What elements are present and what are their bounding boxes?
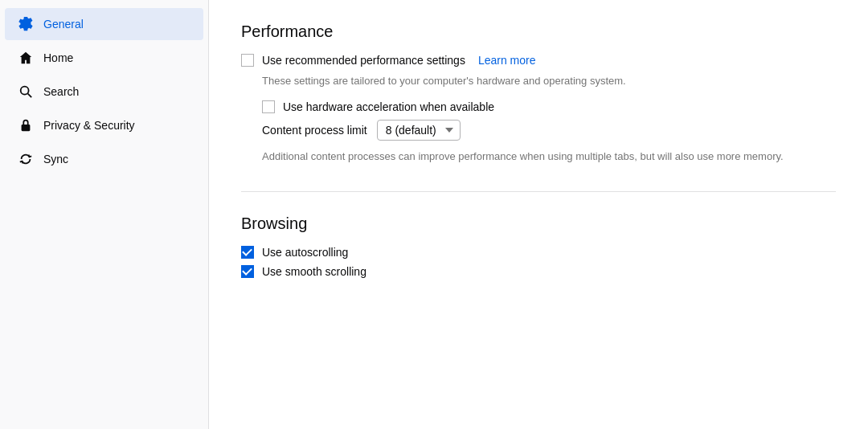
smooth-scrolling-checkbox-label[interactable]: Use smooth scrolling [241,265,366,278]
sidebar: General Home Search Privacy & Security [0,0,209,429]
search-icon [18,84,34,100]
svg-point-0 [21,87,29,95]
autoscrolling-row: Use autoscrolling [241,246,836,259]
smooth-scrolling-row: Use smooth scrolling [241,265,836,278]
hardware-checkbox-label[interactable]: Use hardware acceleration when available [262,100,494,113]
recommended-checkbox-label[interactable]: Use recommended performance settings [241,54,465,67]
sidebar-label-home: Home [43,51,73,64]
content-process-row: Content process limit 8 (default) [262,120,836,141]
lock-icon [18,117,34,133]
svg-line-1 [28,94,32,98]
autoscrolling-checkbox-label[interactable]: Use autoscrolling [241,246,348,259]
sidebar-item-privacy[interactable]: Privacy & Security [5,109,203,141]
sidebar-label-privacy: Privacy & Security [43,119,135,132]
hardware-acceleration-label: Use hardware acceleration when available [283,100,494,113]
sidebar-item-general[interactable]: General [5,8,203,40]
content-process-description: Additional content processes can improve… [262,149,836,165]
sidebar-item-sync[interactable]: Sync [5,143,203,175]
recommended-checkbox[interactable] [241,54,254,67]
gear-icon [18,16,34,32]
sync-icon [18,151,34,167]
sidebar-label-search: Search [43,85,79,98]
sidebar-item-search[interactable]: Search [5,76,203,108]
hardware-acceleration-row: Use hardware acceleration when available [262,100,836,113]
performance-title: Performance [241,22,836,41]
autoscrolling-checkbox[interactable] [241,246,254,259]
smooth-scrolling-label: Use smooth scrolling [262,265,366,278]
browsing-section: Browsing Use autoscrolling Use smooth sc… [241,192,836,300]
sidebar-label-sync: Sync [43,153,68,165]
svg-rect-2 [22,125,31,131]
home-icon [18,50,34,66]
recommended-description: These settings are tailored to your comp… [262,73,836,89]
learn-more-link[interactable]: Learn more [478,54,536,67]
main-content: Performance Use recommended performance … [209,0,868,429]
content-process-select[interactable]: 8 (default) [377,120,461,141]
content-process-label: Content process limit [262,124,367,137]
performance-section: Performance Use recommended performance … [241,0,836,192]
autoscrolling-label: Use autoscrolling [262,246,348,259]
sidebar-item-home[interactable]: Home [5,42,203,74]
sidebar-label-general: General [43,18,84,31]
smooth-scrolling-checkbox[interactable] [241,265,254,278]
hardware-acceleration-checkbox[interactable] [262,100,275,113]
recommended-label: Use recommended performance settings [262,54,465,67]
recommended-settings-row: Use recommended performance settings Lea… [241,54,836,67]
browsing-title: Browsing [241,214,836,233]
